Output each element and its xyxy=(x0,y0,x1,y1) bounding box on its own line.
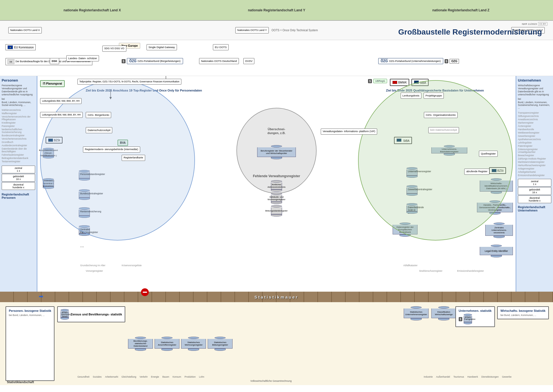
wirtschaftsstatistik-sub: bei Bund, Ländern, Kommunen, ... xyxy=(500,314,546,317)
zensus-box: BStatG ZensVorbG, ZensG Zensus und Bevöl… xyxy=(57,306,125,322)
registerlandkarte-box: Registerlandkarte xyxy=(122,155,145,161)
sidebar-unternehmen-bei: bei xyxy=(518,98,551,100)
eu-kommission-label: EU Kommission xyxy=(14,46,34,49)
anlagenregister: Anlagenregister xyxy=(518,167,551,170)
zentrales-unternehmensverzeichnis-area: Zentrales Unternehmens- verzeichnis xyxy=(485,223,513,238)
right-stat-area: Statistisches Unternehmensregister Klass… xyxy=(404,306,456,320)
zahlungs-instituts-register: Zahlungs-Instituts-Register xyxy=(518,157,551,160)
sidebar-personen-bei: bei xyxy=(2,98,35,100)
dvdv-box: DVDV xyxy=(243,58,254,64)
berufsregister-center: Berufsregister der Steuerberater und Wir… xyxy=(246,145,307,159)
statistiklandschaft-label: Statistiklandschaft xyxy=(7,380,34,384)
bildungsstandsregister-label: Bildungsstandsregister xyxy=(271,207,282,214)
landwirtschaftliche-sozialversicherung: landwirtschaftlichen Sozialversicherung xyxy=(2,128,35,134)
versichertenverzeichnis-pflege: Versichertenverzeichnis der Pflegekassen xyxy=(2,115,35,121)
bevoelkerungsstatistischer-db: Bevölkerungs- statistischer Datenbestand xyxy=(128,337,153,351)
bevoelkerungsstatistischer-label: Bevölkerungs- statistischer Datenbestand xyxy=(128,339,153,349)
stat-anschriften-db: Statistisches Anschriftenregister xyxy=(155,337,179,351)
cat-dienstleistungen: Dienstleistungen xyxy=(481,375,499,378)
stat-unternehmen-area: Statistisches Unternehmensregister xyxy=(404,306,429,320)
ozg-connector-right: ÖZG OZG-Portalverbund (Unternehmensleist… xyxy=(378,58,459,64)
wettbewerbsregister: Wettbewerbsregister xyxy=(518,131,551,134)
cat-arbeitsmarkt: Arbeitsmarkt xyxy=(105,375,118,378)
bevoelkerungsstatistischer-area: Bevölkerungs- statistischer Datenbestand xyxy=(128,337,153,351)
bildungsstandsregister-db: Bildungsstandsregister xyxy=(242,205,311,216)
par-symbol-right: § xyxy=(445,59,448,63)
klassifikation-label: Klassifikation Wirtschaftszweige xyxy=(431,309,456,318)
sidebar-personen-title: Personen xyxy=(2,78,35,82)
stat-unternehmen-label: Statistisches Unternehmensregister xyxy=(404,309,429,318)
datenbestaende-beschaeftigte: Datenbestände über die Beschäftigten xyxy=(2,147,35,153)
zentrales-unternehmensverzeichnis-db: Zentrales Unternehmens- verzeichnis xyxy=(485,223,513,238)
stat-bildung-label: Statistisches Bildungsregister xyxy=(208,339,233,349)
leitungskreis-box: Leitungskreis BW, NW, BMI, BY, HH xyxy=(40,98,82,104)
emissionshandelsregister: Emissionshandelsregister xyxy=(518,174,551,177)
stiftungsverzeichnis: Stiftungsverzeichnis xyxy=(518,115,551,117)
markenregister: Markenregister xyxy=(518,121,551,124)
stat-bildung-db: Statistisches Bildungsregister xyxy=(208,337,233,351)
bewachregister: Bewachregister xyxy=(518,154,551,157)
versichertenverzeichnis-sidebar: Versichertenverzeichnis xyxy=(2,137,35,140)
bundesbeauftragte-logo-icon: DE xyxy=(7,59,14,64)
ozg-portalverbund-unternehmen-label: OZG-Portalverbund (Unternehmensleistunge… xyxy=(389,60,441,62)
bottom-statistics-section: Personen- bezogene Statistik bei Bund, L… xyxy=(0,302,553,385)
arrow-right-icon: ➡ xyxy=(39,293,43,300)
dsk-box: DSK xyxy=(50,58,59,64)
ueberschneidungen-label: Überschnei-dungen, z.B. xyxy=(241,127,312,135)
stat-anschriften-area: Statistisches Anschriftenregister xyxy=(155,337,179,351)
abrufende-register-box: abrufende Register xyxy=(464,169,489,175)
sidebar-unternehmen-levels: Bund, Ländern, Kommunen, Sozialversicher… xyxy=(518,101,551,109)
main-container: nationale Registerlandschaft Land X nati… xyxy=(0,0,553,392)
badge-dezentral-personen: dezentralhunderte x xyxy=(2,182,35,190)
stat-wohnungs-db: Statistisches Wohnungsregister xyxy=(181,337,206,351)
sidebar-unternehmen-title: Unternehmen xyxy=(518,78,551,82)
gebaeude-register-label: Gebäude- und Wohnungsregister xyxy=(271,195,282,202)
cat-produktion: Produktion xyxy=(184,375,196,378)
circle-personen xyxy=(40,80,195,241)
kreditregister: Kreditregister xyxy=(2,121,35,124)
unternehmensstatistik-title: Unternehmen- statistik xyxy=(459,309,492,312)
zensus-area: BStatG ZensVorbG, ZensG Zensus und Bevöl… xyxy=(57,306,125,381)
nationales-oots-de-box: Nationales OOTS Deutschland xyxy=(199,58,239,64)
testamentregister: Testamentregister xyxy=(2,160,35,163)
ozg-portalverbund-unternehmen-box: ÖZG OZG-Portalverbund (Unternehmensleist… xyxy=(378,58,443,64)
klassifikation-db: Klassifikation Wirtschaftszweige xyxy=(431,306,456,320)
it-planungsrat-box: IT-Planungsrat xyxy=(40,80,65,87)
stat-anschriften-label: Statistisches Anschriftenregister xyxy=(155,339,179,349)
it-planungsrat-label: IT-Planungsrat xyxy=(43,82,62,85)
badge-zentral-personen: zentral1 x xyxy=(2,166,35,173)
par-symbol-left: § xyxy=(122,59,126,63)
ozg-label-right: OZG xyxy=(450,59,459,64)
berufsregister-db-icon: Berufsregister der Steuerberater und Wir… xyxy=(246,145,307,159)
registerlandschaft-personen-label: Registerlandschaft Personen xyxy=(2,193,35,199)
bottom-categories-right: Industrie Außenhandel Tourismus Handwerk… xyxy=(424,375,512,378)
no-entry-icon xyxy=(141,288,149,296)
cat-lohn: Lohn xyxy=(199,375,204,378)
cat-aussenhandel: Außenhandel xyxy=(436,375,450,378)
bstatg-zens-label: BStatG ZensVorbG, ZensG xyxy=(61,311,69,317)
ozg-connector-left: § ÖZG OZG-Portalverbund (Bürgerleistunge… xyxy=(122,58,183,64)
projektgruppe-box: Projektgruppe xyxy=(424,93,444,99)
personen-statistik-sub: bei Bund, Ländern, Kommunen, ... xyxy=(9,314,51,317)
lenkungskreis-box: Lenkungskreis xyxy=(401,93,421,99)
legal-entity-identifier-db: Legal Entity Identifier xyxy=(480,245,513,257)
personen-badges: zentral1 x gebündelt16 x dezentralhunder… xyxy=(2,166,35,190)
stat-wohnungs-area: Statistisches Wohnungsregister xyxy=(181,337,206,351)
diagram-wrapper: Personen Personenbezogene Verwaltungsreg… xyxy=(0,76,553,292)
grundsicherung-label: Grundsicherung im Alter xyxy=(80,264,105,267)
wirtschaftsstatistik-box: Wirtschafts- bezogene Statistik bei Bund… xyxy=(497,306,549,319)
aerzteregister: Ärzteregister xyxy=(518,125,551,127)
landes-datenschutzer-box: Landes- Daten- schützer xyxy=(66,55,99,61)
sidebar-unternehmen-desc: Wirtschaftsbezogene Verwaltungsregister … xyxy=(518,84,551,96)
sidebar-personen: Personen Personenbezogene Verwaltungsreg… xyxy=(0,76,37,292)
dots-node: ... xyxy=(80,243,84,248)
personen-statistik-title: Personen- bezogene Statistik xyxy=(9,309,51,312)
bstatg-fachgesetze-area: § BStatG Fachgesetze xyxy=(459,314,492,324)
nkr-badge: NKR 11/2023 CC BY xyxy=(522,22,548,26)
bmwk-box: BMWK xyxy=(390,79,409,86)
stat-unternehmen-db: Statistisches Unternehmensregister xyxy=(404,306,429,320)
sdg-vo-box: SDG VO DSG VO xyxy=(102,46,126,52)
region-x: nationale Registerlandschaft Land X xyxy=(64,8,121,12)
amtliches-adressverzeichnis-label: Amtliches Adressverzeichnis xyxy=(271,182,282,189)
cat-bauen: Bauen xyxy=(162,375,169,378)
